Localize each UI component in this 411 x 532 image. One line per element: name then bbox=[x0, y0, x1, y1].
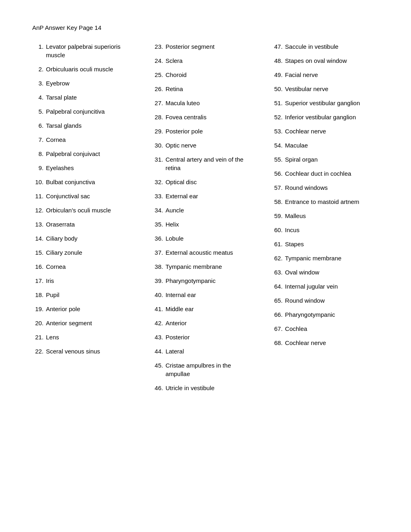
list-item: 64.Internal jugular vein bbox=[271, 282, 387, 291]
item-number: 2. bbox=[32, 65, 44, 73]
list-item: 2.Orbiculuaris oculi muscle bbox=[32, 65, 148, 73]
list-item: 45.Cristae ampulbres in the ampullae bbox=[152, 361, 268, 378]
list-item: 67.Cochlea bbox=[271, 324, 387, 333]
list-item: 17.Iris bbox=[32, 276, 148, 285]
list-item: 11.Conjunctival sac bbox=[32, 192, 148, 200]
list-item: 25.Choroid bbox=[152, 71, 268, 79]
item-text: Anterior segment bbox=[46, 319, 92, 327]
item-number: 12. bbox=[32, 206, 44, 214]
list-item: 46.Utricle in vestibule bbox=[152, 384, 268, 392]
list-item: 60.Incus bbox=[271, 226, 387, 234]
item-text: Lobule bbox=[166, 234, 184, 243]
list-item: 35.Helix bbox=[152, 220, 268, 229]
item-text: Maculae bbox=[285, 141, 308, 150]
item-number: 52. bbox=[271, 113, 282, 121]
list-item: 37.External acoustic meatus bbox=[152, 248, 268, 257]
item-text: Middle ear bbox=[166, 305, 194, 313]
list-item: 62.Tympanic membrane bbox=[271, 254, 387, 262]
item-text: Levator palpebrai superioris muscle bbox=[46, 42, 127, 59]
item-text: Central artery and vein of the retina bbox=[166, 155, 246, 172]
item-text: Cornea bbox=[46, 262, 66, 271]
item-number: 8. bbox=[32, 150, 44, 158]
item-number: 32. bbox=[152, 178, 163, 186]
list-item: 13.Oraserrata bbox=[32, 220, 148, 229]
item-text: Stapes on oval window bbox=[285, 56, 347, 65]
list-item: 36.Lobule bbox=[152, 234, 268, 243]
list-item: 8.Palpebral conjuivact bbox=[32, 150, 148, 158]
list-item: 47.Saccule in vestibule bbox=[271, 42, 387, 51]
item-text: Choroid bbox=[166, 71, 187, 79]
list-item: 1.Levator palpebrai superioris muscle bbox=[32, 42, 148, 59]
item-text: Round windows bbox=[285, 183, 328, 192]
item-text: Incus bbox=[285, 226, 299, 234]
item-number: 56. bbox=[271, 169, 282, 178]
list-item: 48.Stapes on oval window bbox=[271, 56, 387, 65]
list-item: 16.Cornea bbox=[32, 262, 148, 271]
item-number: 30. bbox=[152, 141, 163, 150]
list-item: 26.Retina bbox=[152, 85, 268, 93]
item-number: 25. bbox=[152, 71, 163, 79]
item-text: Retina bbox=[166, 85, 183, 93]
item-number: 34. bbox=[152, 206, 163, 214]
list-item: 24.Sclera bbox=[152, 56, 268, 65]
list-item: 40.Internal ear bbox=[152, 291, 268, 299]
item-number: 47. bbox=[271, 42, 282, 51]
item-text: Entrance to mastoid artnem bbox=[285, 197, 359, 206]
item-number: 16. bbox=[32, 262, 44, 271]
item-number: 44. bbox=[152, 347, 163, 355]
item-text: Helix bbox=[166, 220, 179, 229]
item-number: 63. bbox=[271, 268, 282, 276]
list-item: 12.Orbiculan's oculi muscle bbox=[32, 206, 148, 214]
item-text: Pharyngotympanic bbox=[285, 310, 335, 319]
list-item: 7.Cornea bbox=[32, 135, 148, 144]
item-text: Posterior bbox=[166, 333, 190, 341]
list-item: 14.Ciliary body bbox=[32, 234, 148, 243]
item-text: Stapes bbox=[285, 240, 304, 248]
item-text: Posterior segment bbox=[166, 42, 215, 51]
item-text: Optical disc bbox=[166, 178, 197, 186]
list-item: 19.Anterior pole bbox=[32, 305, 148, 313]
item-number: 1. bbox=[32, 42, 44, 51]
item-number: 39. bbox=[152, 276, 163, 285]
list-item: 56.Cochlear duct in cochlea bbox=[271, 169, 387, 178]
list-item: 9.Eyelashes bbox=[32, 164, 148, 172]
list-item: 32.Optical disc bbox=[152, 178, 268, 186]
item-number: 57. bbox=[271, 183, 282, 192]
item-number: 54. bbox=[271, 141, 282, 150]
item-text: Sclera bbox=[166, 56, 183, 65]
item-text: Posterior pole bbox=[166, 127, 203, 135]
list-item: 10.Bulbat conjunctiva bbox=[32, 178, 148, 186]
list-item: 54.Maculae bbox=[271, 141, 387, 150]
item-text: Optic nerve bbox=[166, 141, 197, 150]
item-text: Fovea centralis bbox=[166, 113, 207, 121]
item-number: 51. bbox=[271, 99, 282, 107]
list-item: 30.Optic nerve bbox=[152, 141, 268, 150]
item-text: Ciliary zonule bbox=[46, 248, 82, 257]
item-number: 23. bbox=[152, 42, 163, 51]
item-number: 68. bbox=[271, 339, 282, 347]
item-number: 66. bbox=[271, 310, 282, 319]
list-item: 3.Eyebrow bbox=[32, 79, 148, 87]
item-text: Malleus bbox=[285, 212, 306, 220]
list-item: 68.Cochlear nerve bbox=[271, 339, 387, 347]
item-text: Cochlea bbox=[285, 324, 307, 333]
item-text: Tympanic membrane bbox=[285, 254, 341, 262]
item-number: 40. bbox=[152, 291, 163, 299]
item-number: 55. bbox=[271, 155, 282, 164]
item-text: Ciliary body bbox=[46, 234, 77, 243]
list-item: 4.Tarsal plate bbox=[32, 93, 148, 102]
item-text: Iris bbox=[46, 276, 54, 285]
item-number: 38. bbox=[152, 262, 163, 271]
list-item: 52.Inferior vestibular ganglion bbox=[271, 113, 387, 121]
item-number: 11. bbox=[32, 192, 44, 200]
item-number: 64. bbox=[271, 282, 282, 291]
column-2: 23.Posterior segment24.Sclera25.Choroid2… bbox=[152, 42, 272, 398]
item-text: Inferior vestibular ganglion bbox=[285, 113, 356, 121]
column-3: 47.Saccule in vestibule48.Stapes on oval… bbox=[271, 42, 387, 353]
item-text: Cornea bbox=[46, 135, 66, 144]
item-number: 36. bbox=[152, 234, 163, 243]
list-item: 31.Central artery and vein of the retina bbox=[152, 155, 268, 172]
item-number: 7. bbox=[32, 135, 44, 144]
page-title: AnP Answer Key Page 14 bbox=[32, 24, 387, 31]
item-number: 21. bbox=[32, 333, 44, 341]
